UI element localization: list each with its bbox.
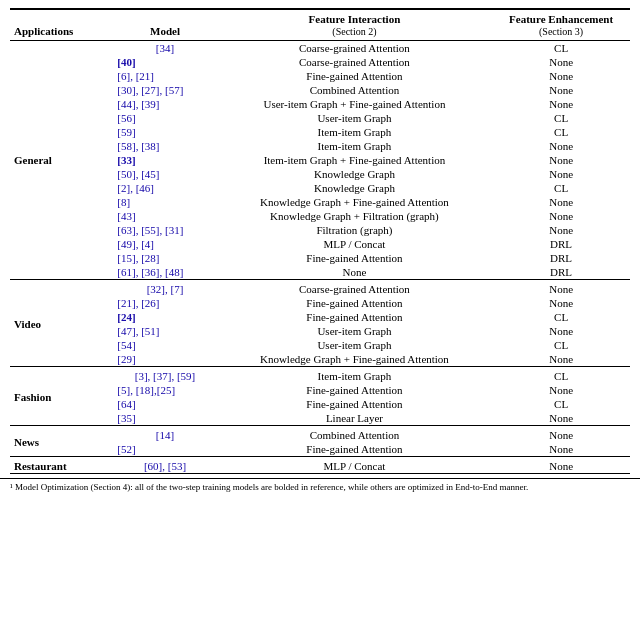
app-cell: Restaurant xyxy=(10,457,113,474)
interaction-cell: Coarse-grained Attention xyxy=(217,55,493,69)
table-row: News[14]Combined AttentionNone xyxy=(10,426,630,443)
interaction-cell: None xyxy=(217,265,493,280)
refs-cell: [61], [36], [48] xyxy=(113,265,216,280)
refs-cell: [64] xyxy=(113,397,216,411)
header-applications: Applications xyxy=(10,9,113,41)
enhancement-cell: None xyxy=(492,324,630,338)
enhancement-cell: None xyxy=(492,352,630,367)
enhancement-cell: None xyxy=(492,280,630,297)
enhancement-cell: None xyxy=(492,69,630,83)
enhancement-cell: None xyxy=(492,167,630,181)
enhancement-cell: DRL xyxy=(492,237,630,251)
interaction-cell: MLP / Concat xyxy=(217,457,493,474)
refs-cell: [44], [39] xyxy=(113,97,216,111)
interaction-cell: Fine-gained Attention xyxy=(217,383,493,397)
header-row: Applications Model Feature Interaction (… xyxy=(10,9,630,41)
refs-cell: [30], [27], [57] xyxy=(113,83,216,97)
table-container: Applications Model Feature Interaction (… xyxy=(0,0,640,478)
refs-cell: [6], [21] xyxy=(113,69,216,83)
header-fi-sub: (Section 2) xyxy=(332,26,376,37)
interaction-cell: Coarse-grained Attention xyxy=(217,41,493,56)
enhancement-cell: None xyxy=(492,411,630,426)
enhancement-cell: CL xyxy=(492,367,630,384)
interaction-cell: Knowledge Graph + Fine-gained Attention xyxy=(217,352,493,367)
interaction-cell: Coarse-grained Attention xyxy=(217,280,493,297)
table-row: General[34]Coarse-grained AttentionCL xyxy=(10,41,630,56)
interaction-cell: User-item Graph + Fine-gained Attention xyxy=(217,97,493,111)
refs-cell: [50], [45] xyxy=(113,167,216,181)
refs-cell: [15], [28] xyxy=(113,251,216,265)
interaction-cell: Item-item Graph xyxy=(217,367,493,384)
enhancement-cell: None xyxy=(492,55,630,69)
refs-cell: [2], [46] xyxy=(113,181,216,195)
interaction-cell: Item-item Graph + Fine-gained Attention xyxy=(217,153,493,167)
refs-cell: [29] xyxy=(113,352,216,367)
refs-cell: [8] xyxy=(113,195,216,209)
interaction-cell: User-item Graph xyxy=(217,338,493,352)
refs-cell: [59] xyxy=(113,125,216,139)
interaction-cell: Combined Attention xyxy=(217,426,493,443)
interaction-cell: Knowledge Graph + Fine-gained Attention xyxy=(217,195,493,209)
enhancement-cell: None xyxy=(492,153,630,167)
header-feature-enhancement: Feature Enhancement (Section 3) xyxy=(492,9,630,41)
header-fe-sub: (Section 3) xyxy=(539,26,583,37)
app-cell: Video xyxy=(10,280,113,367)
interaction-cell: Fine-gained Attention xyxy=(217,397,493,411)
interaction-cell: User-item Graph xyxy=(217,111,493,125)
header-model-label: Model xyxy=(150,25,180,37)
enhancement-cell: None xyxy=(492,223,630,237)
header-fi-label: Feature Interaction xyxy=(309,13,401,25)
interaction-cell: Fine-gained Attention xyxy=(217,69,493,83)
enhancement-cell: CL xyxy=(492,338,630,352)
interaction-cell: Knowledge Graph xyxy=(217,167,493,181)
refs-cell: [40] xyxy=(113,55,216,69)
table-row: Video[32], [7]Coarse-grained AttentionNo… xyxy=(10,280,630,297)
enhancement-cell: CL xyxy=(492,41,630,56)
enhancement-cell: DRL xyxy=(492,251,630,265)
header-feature-interaction: Feature Interaction (Section 2) xyxy=(217,9,493,41)
refs-cell: [3], [37], [59] xyxy=(113,367,216,384)
header-model: Model xyxy=(113,9,216,41)
interaction-cell: Combined Attention xyxy=(217,83,493,97)
interaction-cell: Fine-gained Attention xyxy=(217,442,493,457)
refs-cell: [14] xyxy=(113,426,216,443)
enhancement-cell: None xyxy=(492,426,630,443)
enhancement-cell: None xyxy=(492,383,630,397)
interaction-cell: MLP / Concat xyxy=(217,237,493,251)
refs-cell: [43] xyxy=(113,209,216,223)
enhancement-cell: None xyxy=(492,83,630,97)
interaction-cell: Fine-gained Attention xyxy=(217,251,493,265)
enhancement-cell: CL xyxy=(492,397,630,411)
table-row: Restaurant[60], [53]MLP / ConcatNone xyxy=(10,457,630,474)
enhancement-cell: CL xyxy=(492,181,630,195)
refs-cell: [60], [53] xyxy=(113,457,216,474)
refs-cell: [35] xyxy=(113,411,216,426)
table-row: Fashion[3], [37], [59]Item-item GraphCL xyxy=(10,367,630,384)
refs-cell: [32], [7] xyxy=(113,280,216,297)
enhancement-cell: CL xyxy=(492,125,630,139)
refs-cell: [63], [55], [31] xyxy=(113,223,216,237)
refs-cell: [21], [26] xyxy=(113,296,216,310)
enhancement-cell: None xyxy=(492,209,630,223)
interaction-cell: Fine-gained Attention xyxy=(217,296,493,310)
enhancement-cell: CL xyxy=(492,310,630,324)
refs-cell: [33] xyxy=(113,153,216,167)
header-fe-label: Feature Enhancement xyxy=(509,13,613,25)
enhancement-cell: None xyxy=(492,457,630,474)
interaction-cell: Item-item Graph xyxy=(217,139,493,153)
refs-cell: [49], [4] xyxy=(113,237,216,251)
interaction-cell: Knowledge Graph + Filtration (graph) xyxy=(217,209,493,223)
refs-cell: [54] xyxy=(113,338,216,352)
enhancement-cell: None xyxy=(492,442,630,457)
refs-cell: [52] xyxy=(113,442,216,457)
enhancement-cell: None xyxy=(492,296,630,310)
interaction-cell: Linear Layer xyxy=(217,411,493,426)
refs-cell: [5], [18],[25] xyxy=(113,383,216,397)
enhancement-cell: None xyxy=(492,139,630,153)
enhancement-cell: CL xyxy=(492,111,630,125)
app-cell: General xyxy=(10,41,113,280)
footnote: ¹ Model Optimization (Section 4): all of… xyxy=(0,478,640,496)
header-applications-label: Applications xyxy=(14,25,73,37)
refs-cell: [56] xyxy=(113,111,216,125)
footnote-text: ¹ Model Optimization (Section 4): all of… xyxy=(10,482,528,492)
